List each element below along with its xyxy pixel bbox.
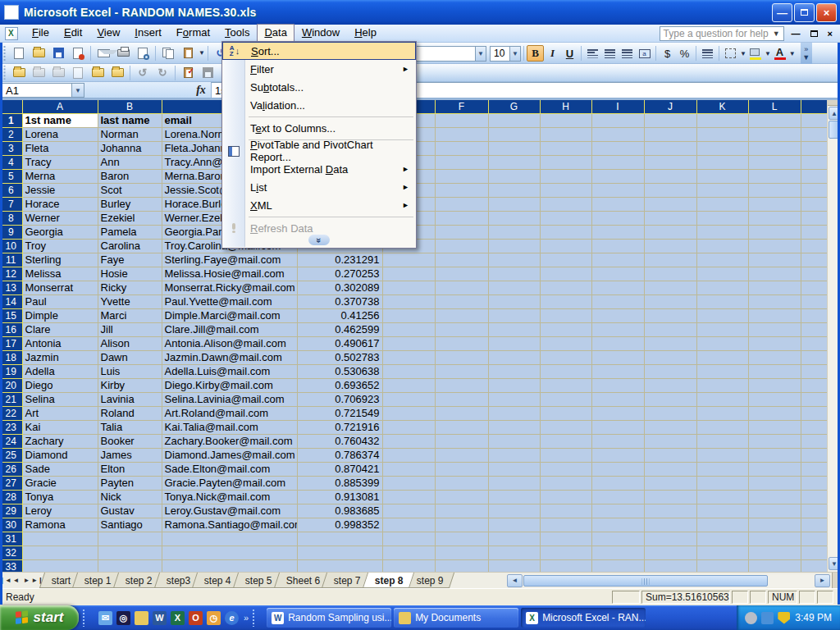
cell-L31[interactable] xyxy=(748,532,801,546)
cell-L16[interactable] xyxy=(748,322,801,336)
cell-M8[interactable] xyxy=(801,211,827,225)
cell-B16[interactable]: Jill xyxy=(98,322,162,336)
word-icon[interactable]: W xyxy=(153,611,167,625)
cell-G14[interactable] xyxy=(488,294,540,308)
column-header-K[interactable]: K xyxy=(696,100,748,113)
cell-E21[interactable] xyxy=(382,392,435,406)
cell-K28[interactable] xyxy=(696,490,748,504)
cell-K12[interactable] xyxy=(696,267,748,281)
rotate-right-icon[interactable]: ↻ xyxy=(153,65,171,81)
cell-H10[interactable] xyxy=(540,239,591,253)
cell-K24[interactable] xyxy=(696,434,748,448)
cell-K6[interactable] xyxy=(696,183,748,197)
cell-C31[interactable] xyxy=(162,532,297,546)
decrease-indent-button[interactable] xyxy=(699,45,716,62)
cell-B13[interactable]: Ricky xyxy=(98,281,162,294)
cell-A16[interactable]: Clare xyxy=(22,322,98,336)
cell-I8[interactable] xyxy=(591,211,644,225)
cell-F26[interactable] xyxy=(435,462,488,476)
cell-G2[interactable] xyxy=(488,127,540,141)
font-size-combo[interactable]: 10 ▼ xyxy=(490,46,521,62)
cell-K9[interactable] xyxy=(696,225,748,239)
menu-item-pivottable-and-pivotchart-report[interactable]: PivotTable and PivotChart Report... xyxy=(222,142,416,160)
cell-M25[interactable] xyxy=(801,448,827,462)
cell-L11[interactable] xyxy=(748,253,801,267)
row-header-29[interactable]: 29 xyxy=(0,504,22,518)
chevron-down-icon[interactable]: ▼ xyxy=(740,50,746,57)
cell-J1[interactable] xyxy=(644,113,696,127)
cell-M3[interactable] xyxy=(801,141,827,155)
cell-L6[interactable] xyxy=(748,183,801,197)
cell-I17[interactable] xyxy=(591,336,644,350)
cell-E24[interactable] xyxy=(382,434,435,448)
cell-H3[interactable] xyxy=(540,141,591,155)
cell-H6[interactable] xyxy=(540,183,591,197)
cell-E18[interactable] xyxy=(382,350,435,364)
row-header-20[interactable]: 20 xyxy=(0,378,22,392)
menu-item-xml[interactable]: XML► xyxy=(222,196,416,214)
cell-G4[interactable] xyxy=(488,155,540,169)
row-header-13[interactable]: 13 xyxy=(0,281,22,294)
cell-H7[interactable] xyxy=(540,197,591,211)
cell-C27[interactable]: Gracie.Payten@mail.com xyxy=(162,476,297,490)
cell-F28[interactable] xyxy=(435,490,488,504)
print-preview-icon[interactable] xyxy=(134,45,152,62)
chevron-down-icon[interactable]: ▼ xyxy=(199,49,205,57)
cell-E15[interactable] xyxy=(382,308,435,322)
row-header-31[interactable]: 31 xyxy=(0,532,22,546)
cell-I16[interactable] xyxy=(591,322,644,336)
cell-H22[interactable] xyxy=(540,406,591,420)
doc-minimize-button[interactable]: — xyxy=(789,29,803,39)
cell-J6[interactable] xyxy=(644,183,696,197)
cell-H33[interactable] xyxy=(540,559,591,572)
row-header-9[interactable]: 9 xyxy=(0,225,22,239)
cell-K31[interactable] xyxy=(696,532,748,546)
cell-D31[interactable] xyxy=(297,532,382,546)
cell-M18[interactable] xyxy=(801,350,827,364)
cell-I5[interactable] xyxy=(591,169,644,183)
cell-F29[interactable] xyxy=(435,504,488,518)
cell-B12[interactable]: Hosie xyxy=(98,267,162,281)
cell-D26[interactable]: 0.870421 xyxy=(297,462,382,476)
cell-K7[interactable] xyxy=(696,197,748,211)
cell-L4[interactable] xyxy=(748,155,801,169)
powerpoint-icon[interactable]: O xyxy=(189,611,203,625)
cell-G21[interactable] xyxy=(488,392,540,406)
security-shield-icon[interactable] xyxy=(778,612,790,624)
cell-G13[interactable] xyxy=(488,281,540,294)
cell-L15[interactable] xyxy=(748,308,801,322)
cell-A3[interactable]: Fleta xyxy=(22,141,98,155)
cell-G5[interactable] xyxy=(488,169,540,183)
column-header-F[interactable]: F xyxy=(435,100,488,113)
cell-F32[interactable] xyxy=(435,546,488,559)
name-box-dropdown[interactable]: ▼ xyxy=(72,83,84,98)
column-header-B[interactable]: B xyxy=(98,100,162,113)
cell-C29[interactable]: Leroy.Gustav@mail.com xyxy=(162,504,297,518)
cell-I32[interactable] xyxy=(591,546,644,559)
cell-E27[interactable] xyxy=(382,476,435,490)
cell-K8[interactable] xyxy=(696,211,748,225)
cell-L24[interactable] xyxy=(748,434,801,448)
cell-H12[interactable] xyxy=(540,267,591,281)
row-header-30[interactable]: 30 xyxy=(0,518,22,532)
cell-E23[interactable] xyxy=(382,420,435,434)
cell-E31[interactable] xyxy=(382,532,435,546)
cell-I3[interactable] xyxy=(591,141,644,155)
cell-D12[interactable]: 0.270253 xyxy=(297,267,382,281)
cell-G3[interactable] xyxy=(488,141,540,155)
cell-D29[interactable]: 0.983685 xyxy=(297,504,382,518)
cell-A2[interactable]: Lorena xyxy=(22,127,98,141)
cell-D16[interactable]: 0.462599 xyxy=(297,322,382,336)
row-header-6[interactable]: 6 xyxy=(0,183,22,197)
cell-M1[interactable] xyxy=(801,113,827,127)
cell-B5[interactable]: Baron xyxy=(98,169,162,183)
cell-F2[interactable] xyxy=(435,127,488,141)
cell-G33[interactable] xyxy=(488,559,540,572)
cell-C19[interactable]: Adella.Luis@mail.com xyxy=(162,364,297,378)
cell-E12[interactable] xyxy=(382,267,435,281)
cell-A28[interactable]: Tonya xyxy=(22,490,98,504)
cell-G20[interactable] xyxy=(488,378,540,392)
cell-F17[interactable] xyxy=(435,336,488,350)
cell-K29[interactable] xyxy=(696,504,748,518)
cell-F10[interactable] xyxy=(435,239,488,253)
